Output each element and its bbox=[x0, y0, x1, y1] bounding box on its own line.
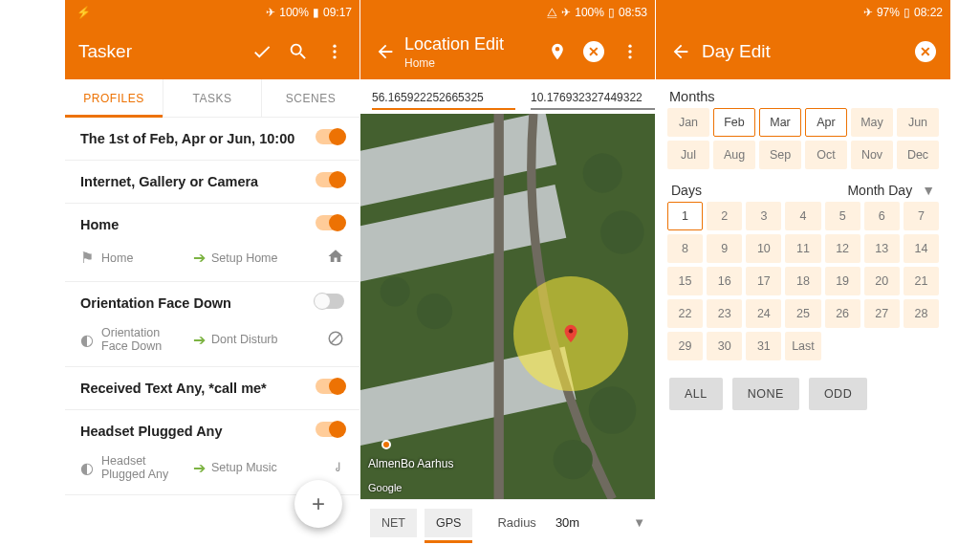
day-cell[interactable]: 6 bbox=[864, 202, 900, 230]
day-cell[interactable]: 10 bbox=[746, 234, 781, 263]
day-cell[interactable]: 18 bbox=[785, 267, 820, 295]
day-cell[interactable]: 2 bbox=[707, 202, 742, 230]
day-cell[interactable]: 5 bbox=[825, 202, 860, 230]
day-cell[interactable]: 14 bbox=[904, 234, 939, 263]
overflow-menu-button[interactable] bbox=[323, 40, 346, 63]
add-profile-fab[interactable]: + bbox=[294, 480, 342, 528]
month-cell[interactable]: Jul bbox=[667, 141, 709, 169]
day-cell[interactable]: 30 bbox=[707, 332, 742, 360]
tab-profiles[interactable]: PROFILES bbox=[65, 79, 163, 117]
back-button[interactable] bbox=[374, 40, 397, 63]
day-cell-last[interactable]: Last bbox=[785, 332, 820, 360]
day-cell[interactable]: 3 bbox=[746, 202, 781, 230]
month-cell[interactable]: Mar bbox=[759, 108, 801, 137]
month-cell[interactable]: Feb bbox=[713, 108, 755, 137]
radius-value[interactable]: 30m bbox=[555, 515, 579, 530]
battery-icon: ▯ bbox=[904, 6, 910, 19]
gps-toggle-button[interactable]: GPS bbox=[425, 509, 472, 537]
day-cell[interactable]: 19 bbox=[825, 267, 860, 295]
svg-point-5 bbox=[628, 45, 631, 48]
month-cell[interactable]: Sep bbox=[759, 141, 801, 169]
month-cell[interactable]: Jan bbox=[667, 108, 709, 137]
search-button[interactable] bbox=[287, 40, 310, 63]
map-pin-icon bbox=[560, 319, 581, 348]
day-cell[interactable]: 13 bbox=[864, 234, 900, 263]
back-button[interactable] bbox=[669, 40, 692, 63]
profile-toggle[interactable] bbox=[316, 129, 344, 144]
day-cell[interactable]: 15 bbox=[667, 267, 703, 295]
day-cell[interactable]: 29 bbox=[667, 332, 703, 360]
net-toggle-button[interactable]: NET bbox=[370, 509, 417, 537]
profile-item[interactable]: Received Text Any, *call me* bbox=[65, 367, 359, 410]
day-cell[interactable]: 21 bbox=[904, 267, 939, 295]
day-cell[interactable]: 24 bbox=[746, 299, 781, 328]
accept-button[interactable] bbox=[250, 40, 273, 63]
profile-item[interactable]: The 1st of Feb, Apr or Jun, 10:00 bbox=[65, 118, 359, 161]
day-cell[interactable]: 27 bbox=[864, 299, 900, 328]
day-cell[interactable]: 17 bbox=[746, 267, 781, 295]
day-cell[interactable]: 23 bbox=[707, 299, 742, 328]
cancel-button[interactable]: ✕ bbox=[914, 40, 937, 63]
svg-point-13 bbox=[381, 277, 410, 307]
status-bar: ⧋ ✈ 100% ▯ 08:53 bbox=[360, 0, 655, 24]
profile-action-icon[interactable] bbox=[327, 248, 344, 268]
day-cell[interactable]: 8 bbox=[667, 234, 703, 263]
month-cell[interactable]: Nov bbox=[851, 141, 893, 169]
day-mode-dropdown[interactable]: Month Day▼ bbox=[847, 183, 935, 198]
profile-toggle[interactable] bbox=[316, 215, 344, 230]
location-edit-screen: ⧋ ✈ 100% ▯ 08:53 Location Edit Home ✕ bbox=[360, 0, 655, 545]
select-none-button[interactable]: NONE bbox=[732, 378, 799, 410]
dropdown-caret-icon[interactable]: ▼ bbox=[633, 515, 645, 530]
radius-label: Radius bbox=[497, 515, 535, 530]
map-view[interactable]: AlmenBo Aarhus Google bbox=[360, 114, 655, 499]
overflow-menu-button[interactable] bbox=[619, 40, 642, 63]
profile-item[interactable]: Orientation Face Down◐Orientation Face D… bbox=[65, 282, 359, 367]
screen-title: Day Edit bbox=[702, 41, 901, 62]
day-cell[interactable]: 11 bbox=[785, 234, 820, 263]
day-cell[interactable]: 20 bbox=[864, 267, 900, 295]
profile-detail-row: ⚑Home➔Setup Home bbox=[80, 248, 344, 268]
profile-action-icon[interactable] bbox=[327, 458, 344, 478]
day-cell[interactable]: 22 bbox=[667, 299, 703, 328]
profile-item[interactable]: Home⚑Home➔Setup Home bbox=[65, 204, 359, 282]
poi-marker-icon bbox=[381, 440, 391, 449]
day-cell[interactable]: 12 bbox=[825, 234, 860, 263]
select-all-button[interactable]: ALL bbox=[669, 378, 723, 410]
month-cell[interactable]: Aug bbox=[713, 141, 755, 169]
month-cell[interactable]: Dec bbox=[897, 141, 939, 169]
month-cell[interactable]: Oct bbox=[805, 141, 847, 169]
clock-text: 09:17 bbox=[323, 6, 352, 19]
profile-item[interactable]: Internet, Gallery or Camera bbox=[65, 161, 359, 204]
geofence-circle[interactable] bbox=[513, 276, 628, 391]
select-odd-button[interactable]: ODD bbox=[809, 378, 867, 410]
tab-scenes[interactable]: SCENES bbox=[262, 79, 359, 117]
tab-tasks[interactable]: TASKS bbox=[163, 79, 262, 117]
profile-toggle[interactable] bbox=[316, 172, 344, 187]
cancel-button[interactable]: ✕ bbox=[582, 40, 605, 63]
longitude-input[interactable] bbox=[531, 87, 655, 110]
latitude-input[interactable] bbox=[372, 87, 515, 110]
month-cell[interactable]: May bbox=[851, 108, 893, 137]
day-cell[interactable]: 7 bbox=[904, 202, 939, 230]
day-cell[interactable]: 9 bbox=[707, 234, 742, 263]
profile-title: Orientation Face Down bbox=[80, 295, 344, 311]
day-cell[interactable]: 4 bbox=[785, 202, 820, 230]
day-cell[interactable]: 26 bbox=[825, 299, 860, 328]
battery-text: 100% bbox=[575, 6, 604, 19]
profile-action-icon[interactable] bbox=[327, 330, 344, 350]
location-pin-button[interactable] bbox=[546, 40, 569, 63]
day-cell[interactable]: 1 bbox=[667, 202, 703, 230]
profile-toggle[interactable] bbox=[316, 294, 344, 309]
month-cell[interactable]: Jun bbox=[897, 108, 939, 137]
svg-point-17 bbox=[589, 386, 637, 434]
day-cell[interactable]: 25 bbox=[785, 299, 820, 328]
profile-toggle[interactable] bbox=[316, 379, 344, 394]
profile-toggle[interactable] bbox=[316, 422, 344, 437]
arrow-right-icon: ➔ bbox=[193, 331, 206, 349]
wifi-icon: ⧋ bbox=[547, 6, 557, 19]
day-cell[interactable]: 28 bbox=[904, 299, 939, 328]
month-cell[interactable]: Apr bbox=[805, 108, 847, 137]
day-cell[interactable]: 31 bbox=[746, 332, 781, 360]
context-label: Headset Plugged Any bbox=[101, 454, 185, 481]
day-cell[interactable]: 16 bbox=[707, 267, 742, 295]
